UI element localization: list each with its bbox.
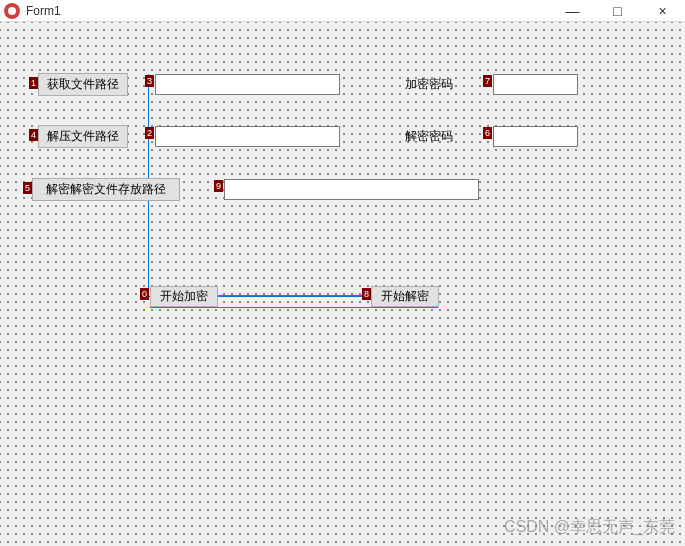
watermark-text: CSDN @幸思无声_东莞 bbox=[504, 517, 675, 538]
file-path-input[interactable] bbox=[155, 74, 340, 95]
tab-order-tag: 4 bbox=[29, 129, 38, 141]
encrypt-password-label: 加密密码 bbox=[405, 76, 453, 93]
tab-order-tag: 6 bbox=[483, 127, 492, 139]
decrypt-password-input[interactable] bbox=[493, 126, 578, 147]
tab-order-tag: 0 bbox=[140, 288, 149, 300]
alignment-guide bbox=[150, 307, 438, 308]
output-path-button[interactable]: 解密解密文件存放路径 bbox=[32, 178, 180, 201]
start-decrypt-button[interactable]: 开始解密 bbox=[371, 286, 439, 307]
tab-order-tag: 2 bbox=[145, 127, 154, 139]
window-controls: — □ × bbox=[550, 0, 685, 22]
tab-order-tag: 5 bbox=[23, 182, 32, 194]
decrypt-password-label: 解密密码 bbox=[405, 128, 453, 145]
encrypt-password-input[interactable] bbox=[493, 74, 578, 95]
app-icon bbox=[4, 3, 20, 19]
window-title: Form1 bbox=[26, 4, 61, 18]
get-file-path-button[interactable]: 获取文件路径 bbox=[38, 73, 128, 96]
extract-file-path-button[interactable]: 解压文件路径 bbox=[38, 125, 128, 148]
start-encrypt-button[interactable]: 开始加密 bbox=[150, 286, 218, 307]
tab-order-tag: 1 bbox=[29, 77, 38, 89]
tab-order-tag: 7 bbox=[483, 75, 492, 87]
form-designer-surface[interactable]: 1 获取文件路径 3 加密密码 7 4 解压文件路径 2 解密密码 6 5 解密… bbox=[0, 22, 685, 546]
close-button[interactable]: × bbox=[640, 0, 685, 22]
titlebar: Form1 — □ × bbox=[0, 0, 685, 22]
alignment-guide bbox=[218, 295, 370, 296]
tab-order-tag: 8 bbox=[362, 288, 371, 300]
minimize-button[interactable]: — bbox=[550, 0, 595, 22]
output-path-input[interactable] bbox=[224, 179, 479, 200]
tab-order-tag: 9 bbox=[214, 180, 223, 192]
extract-path-input[interactable] bbox=[155, 126, 340, 147]
tab-order-tag: 3 bbox=[145, 75, 154, 87]
maximize-button[interactable]: □ bbox=[595, 0, 640, 22]
